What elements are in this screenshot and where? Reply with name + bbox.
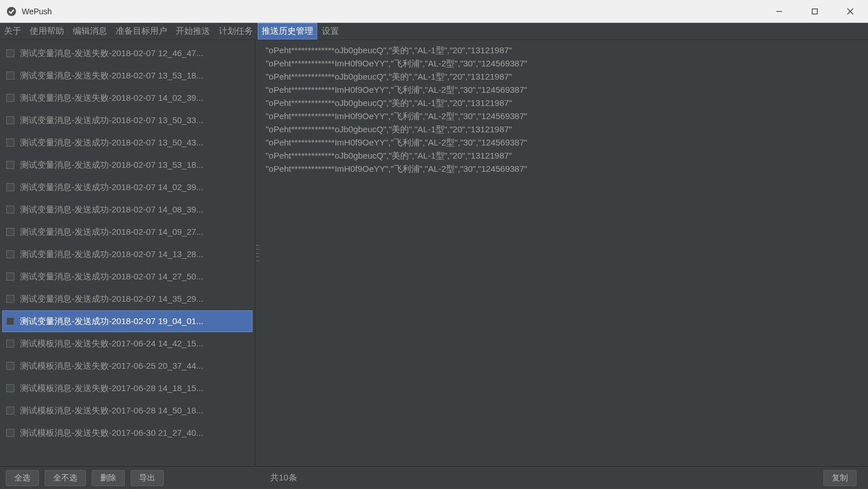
detail-line: "oPeht*************ImH0f9OeYY","飞利浦","AL… <box>266 162 862 175</box>
svg-point-0 <box>7 7 16 16</box>
detail-panel[interactable]: "oPeht*************oJb0gbeucQ","美的","AL-… <box>260 40 868 466</box>
list-item-label: 测试模板消息-发送失败-2017-06-28 14_18_15... <box>20 383 203 394</box>
menu-item-5[interactable]: 计划任务 <box>215 23 257 40</box>
list-item-label: 测试变量消息-发送成功-2018-02-07 14_35_29... <box>20 294 203 305</box>
list-item-label: 测试变量消息-发送成功-2018-02-07 14_13_28... <box>20 249 203 260</box>
list-item[interactable]: 测试变量消息-发送成功-2018-02-07 14_27_50... <box>2 266 252 287</box>
list-item[interactable]: 测试模板消息-发送失败-2017-06-30 21_27_40... <box>2 422 252 444</box>
menu-item-6[interactable]: 推送历史管理 <box>258 23 317 40</box>
app-icon <box>6 6 17 17</box>
menubar: 关于使用帮助编辑消息准备目标用户开始推送计划任务推送历史管理设置 <box>0 23 868 40</box>
list-item-label: 测试变量消息-发送失败-2018-02-07 13_53_18... <box>20 70 203 81</box>
list-item[interactable]: 测试模板消息-发送失败-2017-06-25 20_37_44... <box>2 355 252 377</box>
list-item-label: 测试变量消息-发送失败-2018-02-07 14_02_39... <box>20 93 203 104</box>
list-item[interactable]: 测试模板消息-发送失败-2017-06-24 14_42_15... <box>2 333 252 354</box>
checkbox[interactable] <box>6 72 14 80</box>
detail-line: "oPeht*************ImH0f9OeYY","飞利浦","AL… <box>266 83 862 96</box>
checkbox[interactable] <box>6 116 14 124</box>
list-item-label: 测试变量消息-发送成功-2018-02-07 14_27_50... <box>20 271 203 282</box>
checkbox[interactable] <box>6 94 14 102</box>
detail-line: "oPeht*************oJb0gbeucQ","美的","AL-… <box>266 70 862 83</box>
checkbox[interactable] <box>6 161 14 169</box>
checkbox[interactable] <box>6 206 14 214</box>
menu-item-4[interactable]: 开始推送 <box>172 23 214 40</box>
menu-item-0[interactable]: 关于 <box>0 23 25 40</box>
history-list: 测试变量消息-发送失败-2018-02-07 12_46_47...测试变量消息… <box>0 40 255 447</box>
list-item[interactable]: 测试模板消息-发送失败-2017-06-28 14_50_18... <box>2 400 252 421</box>
window-controls <box>762 0 868 22</box>
list-item-label: 测试模板消息-发送失败-2017-06-28 14_50_18... <box>20 405 203 416</box>
list-item[interactable]: 测试变量消息-发送成功-2018-02-07 19_04_01... <box>2 310 252 332</box>
list-item[interactable]: 测试变量消息-发送成功-2018-02-07 14_02_39... <box>2 176 252 198</box>
list-item-label: 测试变量消息-发送成功-2018-02-07 14_08_39... <box>20 204 203 215</box>
bottom-right-toolbar: 复制 <box>823 470 862 486</box>
list-item[interactable]: 测试变量消息-发送成功-2018-02-07 14_08_39... <box>2 199 252 220</box>
checkbox[interactable] <box>6 340 14 348</box>
list-item-label: 测试变量消息-发送失败-2018-02-07 12_46_47... <box>20 48 203 59</box>
history-list-panel[interactable]: 测试变量消息-发送失败-2018-02-07 12_46_47...测试变量消息… <box>0 40 255 466</box>
checkbox[interactable] <box>6 139 14 147</box>
list-item[interactable]: 测试变量消息-发送成功-2018-02-07 14_13_28... <box>2 243 252 265</box>
list-item[interactable]: 测试变量消息-发送失败-2018-02-07 14_02_39... <box>2 87 252 109</box>
detail-line: "oPeht*************oJb0gbeucQ","美的","AL-… <box>266 96 862 109</box>
copy-button[interactable]: 复制 <box>823 470 857 486</box>
titlebar: WePush <box>0 0 868 23</box>
checkbox[interactable] <box>6 250 14 258</box>
bottombar: 全选 全不选 删除 导出 共10条 复制 <box>0 466 868 489</box>
list-item-label: 测试模板消息-发送失败-2017-06-25 20_37_44... <box>20 361 203 372</box>
svg-rect-2 <box>812 9 818 14</box>
list-item-label: 测试变量消息-发送成功-2018-02-07 14_09_27... <box>20 227 203 238</box>
count-label: 共10条 <box>261 472 823 483</box>
list-item-label: 测试变量消息-发送成功-2018-02-07 13_50_43... <box>20 137 203 148</box>
checkbox[interactable] <box>6 407 14 415</box>
checkbox[interactable] <box>6 317 14 325</box>
list-item[interactable]: 测试变量消息-发送成功-2018-02-07 13_50_43... <box>2 132 252 153</box>
checkbox[interactable] <box>6 295 14 303</box>
close-button[interactable] <box>833 0 868 22</box>
bottom-left-toolbar: 全选 全不选 删除 导出 <box>6 470 261 486</box>
detail-line: "oPeht*************ImH0f9OeYY","飞利浦","AL… <box>266 57 862 70</box>
app-title: WePush <box>22 7 762 16</box>
list-item-label: 测试模板消息-发送失败-2017-06-24 14_42_15... <box>20 338 203 349</box>
content-area: 测试变量消息-发送失败-2018-02-07 12_46_47...测试变量消息… <box>0 40 868 466</box>
detail-line: "oPeht*************ImH0f9OeYY","飞利浦","AL… <box>266 136 862 149</box>
checkbox[interactable] <box>6 384 14 392</box>
list-item-label: 测试变量消息-发送成功-2018-02-07 14_02_39... <box>20 182 203 193</box>
select-all-button[interactable]: 全选 <box>6 470 39 486</box>
menu-item-7[interactable]: 设置 <box>318 23 343 40</box>
list-item-label: 测试变量消息-发送成功-2018-02-07 13_50_33... <box>20 115 203 126</box>
list-item[interactable]: 测试变量消息-发送成功-2018-02-07 14_09_27... <box>2 221 252 243</box>
detail-line: "oPeht*************oJb0gbeucQ","美的","AL-… <box>266 149 862 162</box>
list-item[interactable]: 测试变量消息-发送成功-2018-02-07 13_53_18... <box>2 154 252 176</box>
detail-line: "oPeht*************oJb0gbeucQ","美的","AL-… <box>266 44 862 57</box>
menu-item-3[interactable]: 准备目标用户 <box>112 23 171 40</box>
list-item[interactable]: 测试变量消息-发送失败-2018-02-07 13_53_18... <box>2 65 252 86</box>
splitter[interactable] <box>255 40 260 466</box>
checkbox[interactable] <box>6 429 14 437</box>
splitter-grip-icon <box>256 245 259 261</box>
menu-item-1[interactable]: 使用帮助 <box>26 23 68 40</box>
detail-line: "oPeht*************ImH0f9OeYY","飞利浦","AL… <box>266 109 862 123</box>
checkbox[interactable] <box>6 49 14 57</box>
detail-line: "oPeht*************oJb0gbeucQ","美的","AL-… <box>266 123 862 136</box>
select-none-button[interactable]: 全不选 <box>45 470 86 486</box>
minimize-button[interactable] <box>762 0 797 22</box>
menu-item-2[interactable]: 编辑消息 <box>69 23 111 40</box>
list-item-label: 测试变量消息-发送成功-2018-02-07 13_53_18... <box>20 160 203 171</box>
checkbox[interactable] <box>6 183 14 191</box>
checkbox[interactable] <box>6 228 14 236</box>
list-item-label: 测试变量消息-发送成功-2018-02-07 19_04_01... <box>20 316 203 327</box>
list-item[interactable]: 测试模板消息-发送失败-2017-06-28 14_18_15... <box>2 377 252 399</box>
checkbox[interactable] <box>6 362 14 370</box>
maximize-button[interactable] <box>797 0 833 22</box>
list-item[interactable]: 测试变量消息-发送成功-2018-02-07 14_35_29... <box>2 288 252 310</box>
delete-button[interactable]: 删除 <box>92 470 125 486</box>
export-button[interactable]: 导出 <box>131 470 164 486</box>
list-item-label: 测试模板消息-发送失败-2017-06-30 21_27_40... <box>20 428 203 439</box>
list-item[interactable]: 测试变量消息-发送成功-2018-02-07 13_50_33... <box>2 109 252 131</box>
checkbox[interactable] <box>6 273 14 281</box>
list-item[interactable]: 测试变量消息-发送失败-2018-02-07 12_46_47... <box>2 42 252 64</box>
